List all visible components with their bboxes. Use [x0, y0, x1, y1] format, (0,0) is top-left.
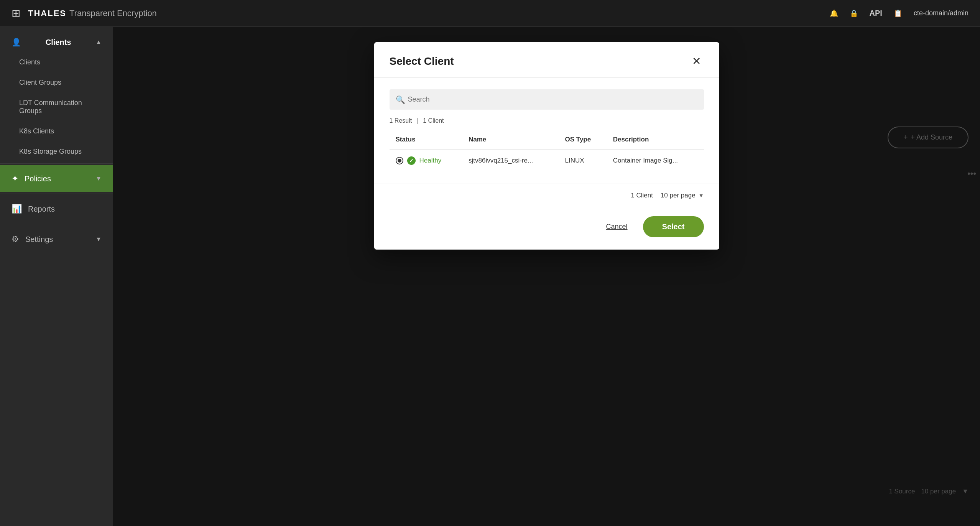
results-clients-count: 1 Client — [423, 117, 444, 124]
modal-close-button[interactable]: ✕ — [689, 54, 704, 68]
results-count: 1 Result — [390, 117, 412, 124]
api-label[interactable]: API — [870, 9, 882, 18]
per-page-value: 10 per page — [661, 192, 696, 199]
sidebar-item-ldt-comm-groups[interactable]: LDT Communication Groups — [0, 93, 113, 121]
grid-icon[interactable]: ⊞ — [12, 7, 20, 20]
chevron-down-icon: ▼ — [95, 175, 102, 182]
sidebar-item-reports[interactable]: 📊 Reports — [0, 196, 113, 222]
status-cell: ✓ Healthy — [396, 156, 457, 165]
radio-button[interactable] — [396, 157, 403, 164]
cell-os-type: LINUX — [559, 149, 607, 172]
settings-icon: ⚙ — [12, 234, 19, 244]
sidebar-policies-label: Policies — [25, 174, 51, 183]
sidebar-clients-header[interactable]: 👤 Clients ▲ — [0, 27, 113, 52]
modal-pagination: 1 Client 10 per page ▼ — [374, 184, 719, 207]
per-page-chevron-icon: ▼ — [699, 192, 704, 199]
results-summary: 1 Result | 1 Client — [390, 117, 704, 124]
topnav-actions: 🔔 🔒 API 📋 cte-domain/admin — [830, 9, 968, 18]
reports-icon: 📊 — [12, 204, 22, 214]
select-button[interactable]: Select — [643, 216, 704, 237]
topnav: ⊞ THALES Transparent Encryption 🔔 🔒 API … — [0, 0, 980, 27]
sidebar: 👤 Clients ▲ Clients Client Groups LDT Co… — [0, 27, 113, 526]
main-content: + + Add Source ••• 1 Source 10 per page … — [113, 27, 980, 526]
search-icon: 🔍 — [396, 95, 405, 104]
pagination-client-count: 1 Client — [631, 192, 653, 199]
sidebar-reports-label: Reports — [28, 205, 55, 214]
cell-status: ✓ Healthy — [390, 149, 463, 172]
client-table: Status Name OS Type Description — [390, 130, 704, 172]
sidebar-item-settings[interactable]: ⚙ Settings ▼ — [0, 226, 113, 253]
col-description: Description — [607, 130, 704, 149]
sidebar-settings-label: Settings — [25, 235, 53, 244]
sidebar-item-k8s-clients[interactable]: K8s Clients — [0, 121, 113, 141]
healthy-check-icon: ✓ — [407, 156, 416, 165]
col-os-type: OS Type — [559, 130, 607, 149]
table-header-row: Status Name OS Type Description — [390, 130, 704, 149]
sidebar-divider-1 — [0, 163, 113, 164]
sidebar-item-policies[interactable]: ✦ Policies ▼ — [0, 165, 113, 192]
status-healthy-label: Healthy — [419, 157, 442, 164]
modal-header: Select Client ✕ — [374, 42, 719, 78]
modal-body: 🔍 1 Result | 1 Client Status Name OS — [374, 78, 719, 184]
chevron-up-icon: ▲ — [95, 39, 102, 46]
col-name: Name — [462, 130, 559, 149]
radio-inner — [398, 159, 401, 163]
sidebar-item-k8s-storage-groups[interactable]: K8s Storage Groups — [0, 141, 113, 162]
sidebar-item-clients[interactable]: Clients — [0, 52, 113, 72]
sidebar-divider-3 — [0, 224, 113, 224]
logo: THALES — [28, 8, 66, 18]
tablet-icon[interactable]: 📋 — [894, 9, 902, 18]
sidebar-divider-2 — [0, 194, 113, 194]
table-row[interactable]: ✓ Healthy sjtv86ivvq215_csi-re... LINUX … — [390, 149, 704, 172]
cell-description: Container Image Sig... — [607, 149, 704, 172]
per-page-dropdown[interactable]: 10 per page ▼ — [661, 192, 704, 199]
sidebar-item-client-groups[interactable]: Client Groups — [0, 72, 113, 93]
user-label[interactable]: cte-domain/admin — [914, 9, 968, 17]
bell-icon[interactable]: 🔔 — [830, 9, 838, 18]
app-title: Transparent Encryption — [69, 8, 157, 18]
modal-actions: Cancel Select — [374, 207, 719, 250]
chevron-down-icon-settings: ▼ — [95, 236, 102, 243]
modal-title: Select Client — [390, 55, 454, 67]
cell-name: sjtv86ivvq215_csi-re... — [462, 149, 559, 172]
modal-backdrop: Select Client ✕ 🔍 1 Result | 1 Client — [113, 27, 980, 526]
col-status: Status — [390, 130, 463, 149]
search-container: 🔍 — [390, 89, 704, 110]
sidebar-clients-icon: 👤 — [12, 38, 21, 47]
sidebar-clients-label: Clients — [46, 38, 71, 47]
lock-icon[interactable]: 🔒 — [850, 9, 858, 18]
search-input[interactable] — [390, 89, 704, 110]
policies-icon: ✦ — [12, 174, 18, 184]
cancel-button[interactable]: Cancel — [600, 218, 634, 235]
select-client-modal: Select Client ✕ 🔍 1 Result | 1 Client — [374, 42, 719, 250]
